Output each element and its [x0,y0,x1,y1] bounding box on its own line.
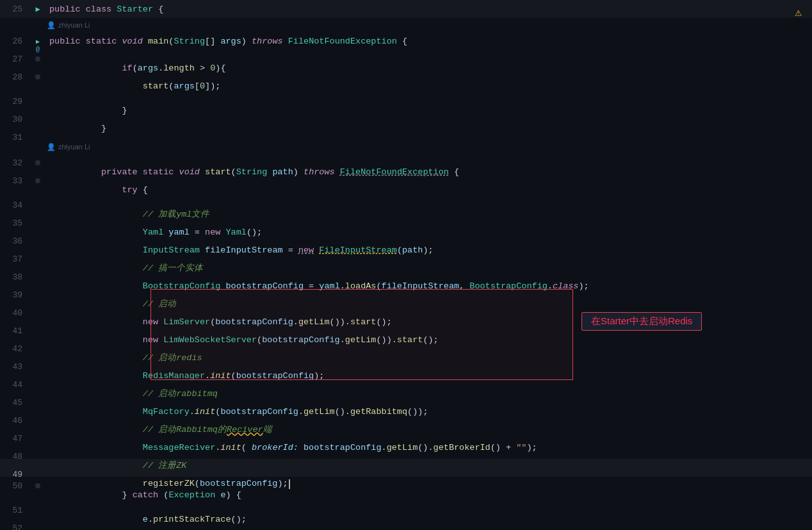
code-line-39: 39 // 启动 [0,279,812,297]
gutter-31 [29,122,47,140]
gutter-29 [29,86,47,104]
code-line-27: 27 if(args.length > 0){ [0,50,812,68]
code-line-52: 52 System.exit( status: 500); [0,513,812,530]
code-line-26: 26 ▶ @ public static void main(String[] … [0,32,812,50]
gutter-38 [29,261,47,279]
code-line-51: 51 e.printStackTrace(); [0,495,812,513]
line-num-25: 25 [0,0,29,18]
author-line-1: 👤 zhiyuan Li [0,18,812,32]
line-num-52: 52 [0,520,29,531]
gutter-dot-33 [35,178,40,183]
gutter-52 [29,513,47,530]
gutter-dot-27 [35,56,40,62]
code-line-36: 36 InputStream fileInputStream = new Fil… [0,226,812,244]
code-line-38: 38 BootstrapConfig bootstrapConfig = yam… [0,261,812,279]
code-line-28: 28 start(args[0]); [0,68,812,86]
gutter-35 [29,208,47,226]
gutter-47 [29,423,47,441]
gutter-37 [29,244,47,261]
line-content-26: public static void main(String[] args) t… [47,33,812,51]
gutter-43 [29,351,47,369]
line-content-25: public class Starter { [47,1,812,19]
code-line-48: 48 // 注册ZK [0,441,812,459]
gutter-30 [29,104,47,122]
gutter-dot-32 [35,160,40,165]
code-line-34: 34 // 加载yml文件 [0,190,812,208]
code-line-45: 45 MqFactory.init(bootstrapConfig.getLim… [0,387,812,405]
gutter-45 [29,387,47,405]
author-icon-1: 👤 [47,21,56,29]
annotation-text: 在Starter中去启动Redis [591,315,692,326]
gutter-dot-28 [35,74,40,79]
gutter-51 [29,495,47,513]
gutter-34 [29,190,47,208]
code-line-25: 25 ▶ public class Starter { [0,0,812,18]
code-line-29: 29 } [0,86,812,104]
line-num-33: 33 [0,172,29,190]
gutter-33 [29,172,47,190]
gutter-32 [29,154,47,172]
code-editor: ⚠ 在Starter中去启动Redis 25 ▶ public class St… [0,0,812,530]
line-num-28: 28 [0,69,29,87]
code-line-50: 50 } catch (Exception e) { [0,477,812,495]
gutter-39 [29,279,47,297]
code-line-49: 49 registerZK(bootstrapConfig); [0,459,812,477]
code-line-47: 47 MessageReciver.init( brokerId: bootst… [0,423,812,441]
code-line-33: 33 try { [0,172,812,190]
gutter-50 [29,477,47,495]
code-line-30: 30 } [0,104,812,122]
gutter-48 [29,441,47,459]
gutter-46 [29,405,47,423]
gutter-49 [29,459,47,477]
gutter-44 [29,369,47,387]
author-line-2: 👤 zhiyuan Li [0,140,812,154]
gutter-25[interactable]: ▶ [29,0,47,18]
line-num-31: 31 [0,129,29,147]
code-line-43: 43 RedisManager.init(bootstrapConfig); [0,351,812,369]
author-name-1: zhiyuan Li [58,21,90,29]
run-button-26[interactable]: ▶ [36,38,40,46]
gutter-36 [29,226,47,244]
line-content-31 [47,122,812,140]
gutter-27 [29,50,47,68]
code-line-42: 42 // 启动redis [0,333,812,351]
line-num-32: 32 [0,154,29,172]
line-num-50: 50 [0,477,29,495]
code-line-32: 32 private static void start(String path… [0,154,812,172]
code-line-37: 37 // 搞一个实体 [0,244,812,261]
code-line-31: 31 [0,122,812,140]
code-line-46: 46 // 启动Rabbitmq的Reciver端 [0,405,812,423]
line-num-26: 26 [0,32,29,50]
code-line-35: 35 Yaml yaml = new Yaml(); [0,208,812,226]
gutter-dot-50 [35,483,40,488]
gutter-41 [29,315,47,333]
gutter-42 [29,333,47,351]
run-button-25[interactable]: ▶ [35,4,40,14]
gutter-28 [29,68,47,86]
annotation-box: 在Starter中去启动Redis [581,312,702,331]
line-num-27: 27 [0,51,29,69]
code-line-44: 44 // 启动rabbitmq [0,369,812,387]
gutter-40 [29,297,47,315]
